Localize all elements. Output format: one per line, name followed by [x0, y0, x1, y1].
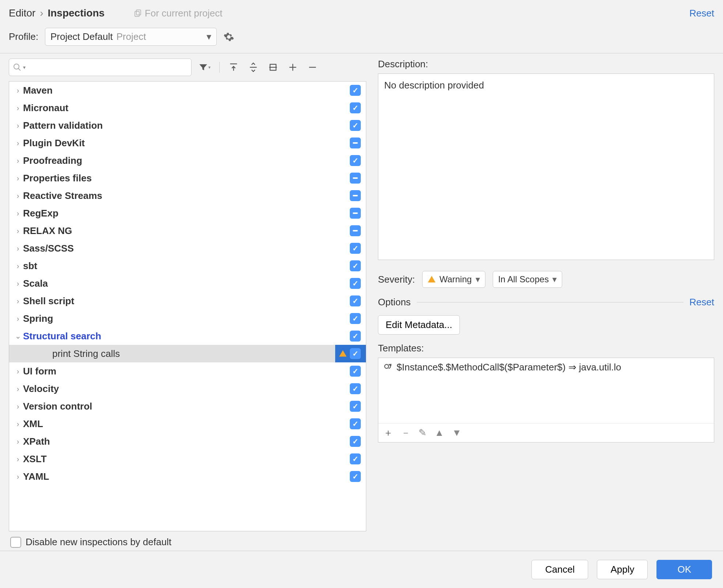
tree-row[interactable]: ⌄Structural search	[9, 327, 366, 345]
breadcrumb-parent[interactable]: Editor	[9, 7, 35, 19]
tree-row[interactable]: ›XSLT	[9, 450, 366, 468]
expander-icon[interactable]: ›	[13, 86, 23, 95]
tmpl-edit-button[interactable]: ✎	[419, 427, 427, 438]
select-all-button[interactable]	[265, 61, 281, 74]
severity-combo[interactable]: Warning ▾	[422, 271, 485, 288]
inspections-tree[interactable]: ›Maven›Micronaut›Pattern validation›Plug…	[9, 81, 366, 531]
expander-icon[interactable]: ›	[13, 192, 23, 200]
inspection-checkbox[interactable]	[350, 401, 361, 412]
tree-row[interactable]: ›Properties files	[9, 169, 366, 187]
expander-icon[interactable]: ›	[13, 262, 23, 270]
disable-new-inspections-row[interactable]: Disable new inspections by default	[9, 531, 366, 551]
tree-row[interactable]: ›Proofreading	[9, 152, 366, 169]
gear-button[interactable]	[223, 31, 234, 42]
add-button[interactable]	[285, 61, 301, 74]
inspection-checkbox[interactable]	[350, 137, 361, 148]
edit-metadata-button[interactable]: Edit Metadata...	[378, 315, 460, 335]
inspection-checkbox[interactable]	[350, 366, 361, 377]
expander-icon[interactable]: ›	[13, 437, 23, 446]
tmpl-add-button[interactable]: ＋	[383, 426, 393, 439]
badge-column	[350, 362, 366, 380]
inspection-checkbox[interactable]	[350, 173, 361, 184]
ok-button[interactable]: OK	[656, 560, 712, 579]
cancel-button[interactable]: Cancel	[531, 560, 588, 579]
remove-button[interactable]	[304, 61, 321, 74]
expander-icon[interactable]: ›	[13, 472, 23, 481]
inspection-checkbox[interactable]	[350, 313, 361, 324]
apply-button[interactable]: Apply	[597, 560, 648, 579]
inspection-checkbox[interactable]	[350, 453, 361, 464]
inspection-checkbox[interactable]	[350, 120, 361, 131]
expander-icon[interactable]: ›	[13, 139, 23, 147]
tree-row[interactable]: ›UI form	[9, 362, 366, 380]
inspection-checkbox[interactable]	[350, 331, 361, 342]
expander-icon[interactable]: ›	[13, 455, 23, 463]
tree-row[interactable]: ›RegExp	[9, 204, 366, 222]
inspection-checkbox[interactable]	[350, 278, 361, 289]
expander-icon[interactable]: ›	[13, 279, 23, 288]
inspection-checkbox[interactable]	[350, 155, 361, 166]
expander-icon[interactable]: ›	[13, 385, 23, 393]
expander-icon[interactable]: ⌄	[13, 332, 23, 340]
collapse-all-button[interactable]	[245, 61, 261, 74]
inspection-checkbox[interactable]	[350, 418, 361, 429]
template-item[interactable]: $Instance$.$MethodCall$($Parameter$) ⇒ j…	[378, 358, 714, 423]
tree-row[interactable]: ›Scala	[9, 275, 366, 292]
tmpl-down-button[interactable]: ▼	[452, 427, 462, 438]
inspection-checkbox[interactable]	[350, 260, 361, 271]
profile-combo[interactable]: Project Default Project ▾	[45, 28, 217, 46]
tree-row[interactable]: ›sbt	[9, 257, 366, 275]
inspection-checkbox[interactable]	[350, 102, 361, 113]
expander-icon[interactable]: ›	[13, 314, 23, 323]
inspection-checkbox[interactable]	[350, 348, 361, 359]
tree-row[interactable]: ›Spring	[9, 310, 366, 327]
tree-row[interactable]: ›Plugin DevKit	[9, 134, 366, 152]
expander-icon[interactable]: ›	[13, 244, 23, 253]
expand-all-button[interactable]	[226, 61, 242, 74]
expander-icon[interactable]: ›	[13, 157, 23, 165]
tree-row[interactable]: ›Maven	[9, 82, 366, 99]
inspection-checkbox[interactable]	[350, 471, 361, 482]
search-input[interactable]: ▾	[9, 59, 192, 76]
scope-combo[interactable]: In All Scopes ▾	[493, 271, 563, 288]
tmpl-up-button[interactable]: ▲	[435, 427, 444, 438]
expander-icon[interactable]: ›	[13, 121, 23, 130]
tree-row[interactable]: ›Pattern validation	[9, 117, 366, 134]
inspection-checkbox[interactable]	[350, 243, 361, 254]
expander-icon[interactable]: ›	[13, 209, 23, 218]
expander-icon[interactable]: ›	[13, 227, 23, 235]
tree-row[interactable]: ›Velocity	[9, 380, 366, 397]
inspection-checkbox[interactable]	[350, 85, 361, 96]
tree-row[interactable]: ›YAML	[9, 468, 366, 485]
options-reset[interactable]: Reset	[689, 297, 714, 308]
tree-row[interactable]: print String calls	[9, 345, 366, 362]
inspection-checkbox[interactable]	[350, 295, 361, 306]
expander-icon[interactable]: ›	[13, 367, 23, 376]
tree-row[interactable]: ›Version control	[9, 397, 366, 415]
tmpl-remove-button[interactable]: －	[401, 426, 410, 439]
tree-row[interactable]: ›XML	[9, 415, 366, 433]
disable-checkbox[interactable]	[10, 537, 21, 548]
copy-for-project[interactable]: For current project	[134, 8, 222, 19]
tree-row[interactable]: ›Reactive Streams	[9, 187, 366, 204]
expander-icon[interactable]: ›	[13, 104, 23, 112]
inspection-checkbox[interactable]	[350, 436, 361, 447]
inspection-checkbox[interactable]	[350, 225, 361, 236]
inspection-checkbox[interactable]	[350, 190, 361, 201]
templates-box: $Instance$.$MethodCall$($Parameter$) ⇒ j…	[378, 358, 714, 442]
expander-icon[interactable]: ›	[13, 174, 23, 182]
expander-icon[interactable]: ›	[13, 402, 23, 411]
expander-icon[interactable]: ›	[13, 420, 23, 428]
tree-row[interactable]: ›XPath	[9, 433, 366, 450]
reset-link[interactable]: Reset	[689, 8, 714, 19]
tree-row[interactable]: ›Sass/SCSS	[9, 240, 366, 257]
inspection-checkbox[interactable]	[350, 383, 361, 394]
search-history-caret[interactable]: ▾	[23, 64, 26, 70]
filter-button[interactable]: ▾	[195, 61, 213, 74]
tree-row[interactable]: ›RELAX NG	[9, 222, 366, 240]
expander-icon[interactable]: ›	[13, 297, 23, 305]
inspection-checkbox[interactable]	[350, 208, 361, 219]
svg-rect-1	[135, 11, 139, 16]
tree-row[interactable]: ›Shell script	[9, 292, 366, 310]
tree-row[interactable]: ›Micronaut	[9, 99, 366, 117]
